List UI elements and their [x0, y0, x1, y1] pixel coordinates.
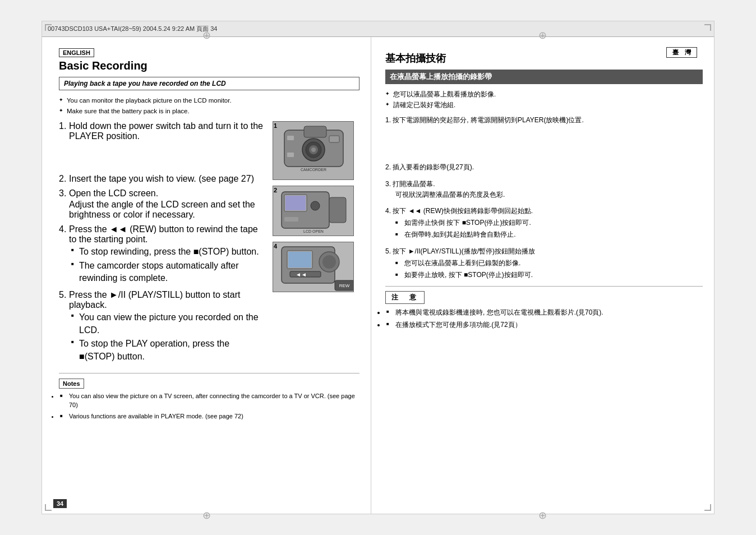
spacer-1 [59, 146, 267, 174]
intro-bullets-en: You can monitor the playback picture on … [59, 96, 359, 116]
notes-item-1: You can also view the picture on a TV sc… [59, 391, 359, 410]
sub-bullet-item: You can view the picture you recorded on… [71, 311, 267, 336]
svg-rect-6 [329, 136, 339, 142]
step5-subbullets: You can view the picture you recorded on… [71, 311, 267, 363]
zh-sub-item: 您可以在液晶螢幕上看到已錄製的影像. [395, 258, 703, 269]
svg-text:◄◄: ◄◄ [296, 271, 307, 278]
section-title-zh: 基本拍攝技術 [385, 52, 703, 65]
header-bar: 00743DSCD103 USA+TAI(28~59) 2004.5.24 9:… [42, 21, 714, 37]
zh-title-spacer: 基本拍攝技術 [385, 52, 703, 65]
zh-bullet-item: 請確定已裝好電池組. [385, 100, 703, 109]
crosshair-bottom-left: ⊕ [202, 509, 211, 522]
zh-step-2: 2. 插入要看的錄影帶(見27頁). [385, 162, 703, 173]
step-num-5: 5. [59, 290, 69, 300]
zh-step-4: 4. 按下 ◄◄ (REW)快倒按鈕將錄影帶倒回起始點. 如需停止快倒 按下 ■… [385, 206, 703, 241]
notes-separator [59, 373, 359, 373]
step-1: 1. Hold down the power switch tab and tu… [59, 121, 267, 141]
step-4: 4. Press the ◄◄ (REW) button to rewind t… [59, 224, 267, 285]
subtitle-box-en: Playing back a tape you have recorded on… [59, 77, 359, 90]
taiwan-badge: 臺 灣 [666, 47, 697, 58]
main-content: ⊕ ENGLISH Basic Recording Playing back a… [42, 37, 714, 514]
crosshair-top-right: ⊕ [538, 29, 547, 41]
step-2: 2. Insert the tape you wish to view. (se… [59, 174, 267, 184]
zh-notes-separator [385, 286, 703, 287]
step-content-4: Press the ◄◄ (REW) button to rewind the … [69, 224, 267, 285]
step-5: 5. Press the ►/II (PLAY/STILL) button to… [59, 290, 267, 364]
svg-point-23 [322, 255, 336, 269]
step4-subbullets: To stop rewinding, press the ■(STOP) but… [71, 246, 267, 284]
zh-sub-item: 如需停止快倒 按下 ■STOP(停止)按鈕即可. [395, 218, 703, 228]
camera-image-2: 2 LCD OPEN [273, 186, 354, 238]
page-container: 00743DSCD103 USA+TAI(28~59) 2004.5.24 9:… [42, 21, 714, 514]
bullet-item: Make sure that the battery pack is in pl… [59, 107, 359, 116]
corner-mark-tr [704, 24, 711, 31]
subtitle-box-zh: 在液晶螢幕上播放拍攝的錄影帶 [385, 70, 703, 84]
camera-svg-2: LCD OPEN [273, 186, 354, 236]
zh-steps: 1. 按下電源開關的突起部分, 將電源開關切到PLAYER(放映機)位置. 2.… [385, 115, 703, 280]
zh-sub-item: 如要停止放映, 按下 ■STOP(停止)按鈕即可. [395, 270, 703, 280]
notes-list: You can also view the picture on a TV sc… [59, 391, 359, 421]
steps-text: 1. Hold down the power switch tab and tu… [59, 121, 273, 368]
svg-text:LCD OPEN: LCD OPEN [303, 229, 324, 233]
zh-step-1: 1. 按下電源開關的突起部分, 將電源開關切到PLAYER(放映機)位置. [385, 115, 703, 126]
step-num-3: 3. [59, 188, 69, 199]
right-panel: 臺 灣 ⊕ 基本拍攝技術 在液晶螢幕上播放拍攝的錄影帶 您可以液晶螢幕上觀看播放… [371, 37, 714, 514]
zh-step4-subs: 如需停止快倒 按下 ■STOP(停止)按鈕即可. 在倒帶時,如到其起始點時會自動… [395, 218, 703, 240]
svg-rect-15 [284, 217, 298, 222]
camera-image-4: 4 ◄◄ REW [273, 242, 354, 294]
step-content-5: Press the ►/II (PLAY/STILL) button to st… [69, 290, 267, 364]
svg-text:REW: REW [339, 283, 350, 288]
step-content-3: Open the LCD screen. Adjust the angle of… [69, 188, 267, 220]
sub-bullet-item: To stop the PLAY operation, press the ■(… [71, 338, 267, 363]
step-num-2: 2. [59, 174, 69, 184]
header-text: 00743DSCD103 USA+TAI(28~59) 2004.5.24 9:… [48, 25, 217, 33]
svg-rect-13 [285, 196, 306, 210]
camera-svg-4: ◄◄ REW [273, 242, 354, 292]
crosshair-bottom-right: ⊕ [538, 509, 547, 522]
camera-image-1: 1 CAMCORDER [273, 121, 354, 182]
step-3: 3. Open the LCD screen. Adjust the angle… [59, 188, 267, 220]
svg-point-14 [311, 201, 320, 210]
step-num-4: 4. [59, 224, 69, 234]
notes-label: Notes [59, 379, 84, 389]
zhujyi-label: 注 意 [385, 291, 425, 304]
svg-rect-8 [287, 153, 294, 157]
svg-rect-1 [304, 126, 326, 137]
zh-notes-item-2: 在播放模式下您可使用多項功能.(見72頁） [385, 320, 703, 330]
step-content-1: Hold down the power switch tab and turn … [69, 121, 267, 141]
svg-rect-19 [288, 252, 311, 268]
svg-point-5 [311, 147, 316, 152]
sub-bullet-item: The camcorder stops automatically after … [71, 260, 267, 285]
section-title-en: Basic Recording [59, 59, 359, 72]
zh-notes-list: 將本機與電視或錄影機連接時, 您也可以在電視機上觀看影片.(見70頁). 在播放… [385, 307, 703, 330]
camera-svg-1: CAMCORDER [273, 121, 354, 180]
intro-bullets-zh: 您可以液晶螢幕上觀看播放的影像. 請確定已裝好電池組. [385, 90, 703, 109]
svg-rect-7 [287, 136, 294, 140]
left-panel: ⊕ ENGLISH Basic Recording Playing back a… [42, 37, 371, 514]
rp-spacer-1 [385, 131, 703, 162]
zh-step-5: 5. 按下 ►/II(PLAY/STILL)(播放/暫停)按鈕開始播放 您可以在… [385, 246, 703, 281]
page-number: 34 [53, 499, 67, 508]
zh-sub-item: 在倒帶時,如到其起始點時會自動停止. [395, 229, 703, 240]
bullet-item: You can monitor the playback picture on … [59, 96, 359, 105]
crosshair-top-left: ⊕ [202, 29, 211, 41]
zh-notes-item-1: 將本機與電視或錄影機連接時, 您也可以在電視機上觀看影片.(見70頁). [385, 307, 703, 318]
camera-images: 1 CAMCORDER [273, 121, 359, 368]
english-badge: ENGLISH [59, 48, 94, 57]
sub-bullet-item: To stop rewinding, press the ■(STOP) but… [71, 246, 267, 258]
zh-step-3: 3. 打開液晶螢幕. 可視狀況調整液晶螢幕的亮度及色彩. [385, 179, 703, 200]
corner-mark-tl [45, 24, 52, 31]
step-content-2: Insert the tape you wish to view. (see p… [69, 174, 267, 184]
svg-text:CAMCORDER: CAMCORDER [301, 168, 326, 172]
step-num-1: 1. [59, 121, 69, 131]
notes-item-2: Various functions are available in PLAYE… [59, 412, 359, 421]
svg-rect-11 [329, 197, 346, 223]
steps-images-container: 1. Hold down the power switch tab and tu… [59, 121, 359, 368]
zh-bullet-item: 您可以液晶螢幕上觀看播放的影像. [385, 90, 703, 99]
zh-step5-subs: 您可以在液晶螢幕上看到已錄製的影像. 如要停止放映, 按下 ■STOP(停止)按… [395, 258, 703, 280]
